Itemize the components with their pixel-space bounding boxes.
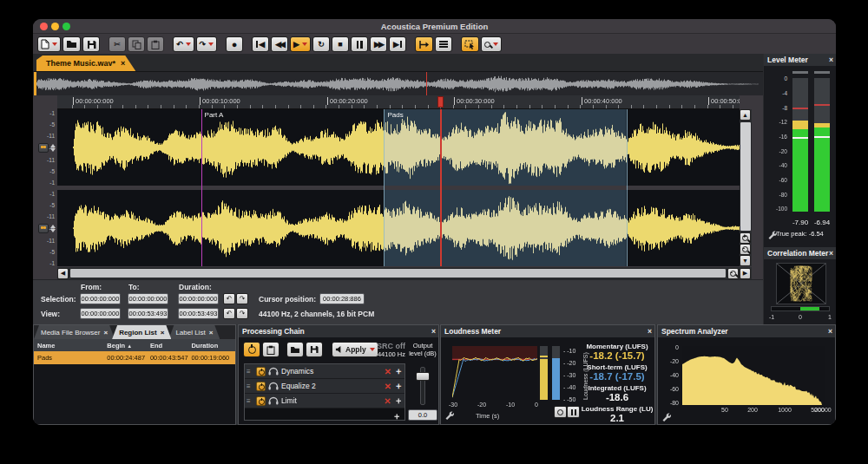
undo-dropdown-icon[interactable] [186,42,191,46]
open-file-button[interactable] [62,36,81,52]
col-name[interactable]: Name [34,342,106,350]
timeline-ruler[interactable]: 00:00:00:000 00:00:10:000 00:00:20:000 0… [57,95,740,109]
col-end[interactable]: End [149,342,191,350]
view-undo-button[interactable]: ↶ [223,308,235,319]
document-tab-close-icon[interactable]: × [121,59,125,68]
go-to-end-button[interactable]: ▶ [389,36,406,52]
chain-save-button[interactable] [306,342,323,357]
spectrum-settings-icon[interactable] [661,412,671,422]
overview-view-start-marker[interactable] [34,72,36,95]
channel2-button[interactable] [38,224,49,233]
scrub-playback-button[interactable] [415,36,433,52]
overview-waveform[interactable] [36,74,759,95]
play-dropdown-icon[interactable] [302,42,307,46]
add-effect-icon[interactable]: ＋ [394,395,403,407]
tab-close-icon[interactable]: × [209,329,214,337]
headphones-icon[interactable] [268,396,279,405]
record-button[interactable]: ● [226,36,243,52]
effect-power-icon[interactable] [256,382,266,391]
effect-name[interactable]: Equalize 2 [281,382,382,390]
redo-dropdown-icon[interactable] [208,42,214,46]
paste-button[interactable] [147,36,164,52]
play-button[interactable]: ▶ [290,36,311,52]
cut-button[interactable]: ✂ [108,36,126,52]
effect-row-equalize[interactable]: ≡ Equalize 2 ✕ ＋ [245,379,404,394]
spectrum-analyzer-close-icon[interactable]: × [828,325,832,337]
selection-tool-button[interactable] [461,36,479,52]
fast-forward-button[interactable]: ▶▶ [370,36,387,52]
remove-effect-icon[interactable]: ✕ [385,396,391,406]
loudness-reset-button[interactable] [554,406,567,418]
chain-open-button[interactable] [286,342,304,357]
scroll-left-button[interactable]: ◀ [57,268,69,279]
effect-name[interactable]: Dynamics [281,367,382,376]
selection-undo-button[interactable]: ↶ [223,293,235,304]
stop-button[interactable]: ■ [332,36,349,52]
tab-label-list[interactable]: Label List× [168,325,220,339]
view-redo-button[interactable]: ↷ [236,308,248,319]
new-file-dropdown-icon[interactable] [52,42,57,46]
col-begin[interactable]: Begin ▲ [106,342,149,350]
vertical-scroll-thumb[interactable] [740,121,752,232]
effect-row-dynamics[interactable]: ≡ Dynamics ✕ ＋ [245,364,404,379]
cursor-position-field[interactable]: 00:00:28:886 [319,293,365,304]
chain-paste-button[interactable] [262,342,279,357]
scroll-up-button[interactable]: ▲ [740,109,751,121]
channel2-controls[interactable] [38,224,56,233]
selection-to-field[interactable]: 00:00:00:000 [128,293,168,304]
zoom-out-vertical-button[interactable]: - [740,244,751,255]
view-duration-field[interactable]: 00:00:53:493 [178,308,219,319]
zoom-out-horizontal-button[interactable]: - [727,268,739,279]
drag-handle-icon[interactable]: ≡ [247,369,253,374]
playhead-handle[interactable] [437,96,444,108]
add-effect-end-icon[interactable]: ＋ [392,410,401,422]
new-file-button[interactable] [37,36,61,52]
add-effect-icon[interactable]: ＋ [394,380,403,392]
effect-power-icon[interactable] [256,396,266,406]
effect-row-limit[interactable]: ≡ Limit ✕ ＋ [245,394,404,408]
vertical-scrollbar[interactable]: ▲ + - ▼ [740,109,752,266]
level-meter-close-icon[interactable]: × [829,54,833,66]
tab-close-icon[interactable]: × [103,329,108,337]
selection-from-field[interactable]: 00:00:00:000 [80,293,121,304]
region-row-pads[interactable]: Pads 00:00:24:487 00:00:43:547 00:00:19:… [34,351,235,364]
tab-region-list[interactable]: Region List× [112,325,171,339]
undo-button[interactable]: ↶ [173,36,194,52]
zoom-in-vertical-button[interactable]: + [740,232,751,244]
drag-handle-icon[interactable]: ≡ [247,399,253,403]
rewind-button[interactable]: ◀◀ [271,36,288,52]
channel2-spinner[interactable] [50,225,56,232]
pause-button[interactable] [351,36,368,52]
headphones-icon[interactable] [268,382,279,390]
overview-playhead[interactable] [426,72,427,95]
loudness-settings-icon[interactable] [444,410,454,420]
output-level-slider-thumb[interactable] [416,372,430,381]
zoom-dropdown-icon[interactable] [493,42,498,46]
copy-button[interactable] [128,36,145,52]
selection-redo-button[interactable]: ↷ [236,293,248,304]
remove-effect-icon[interactable]: ✕ [385,367,391,376]
document-tab[interactable]: Theme Music.wav* × [36,56,135,71]
headphones-icon[interactable] [268,367,279,376]
loop-button[interactable]: ↻ [312,36,330,52]
loudness-meter-close-icon[interactable]: × [648,325,652,337]
processing-chain-close-icon[interactable]: × [431,325,436,337]
zoom-tool-button[interactable] [481,36,502,52]
levels-view-button[interactable] [435,36,452,52]
correlation-meter-close-icon[interactable]: × [829,247,833,259]
channel1-controls[interactable] [38,143,56,153]
drag-handle-icon[interactable]: ≡ [247,384,253,389]
remove-effect-icon[interactable]: ✕ [385,382,391,391]
channel1-spinner[interactable] [50,144,56,152]
tab-media-file-browser[interactable]: Media File Browser× [34,325,115,339]
go-to-start-button[interactable]: ◀ [252,36,269,52]
effect-power-icon[interactable] [256,367,266,376]
redo-button[interactable]: ↷ [196,36,218,52]
overview-strip[interactable] [33,71,763,95]
horizontal-scrollbar[interactable]: ◀ - ▶ [57,267,763,279]
add-effect-icon[interactable]: ＋ [394,365,403,377]
effect-name[interactable]: Limit [281,396,382,405]
horizontal-scroll-thumb[interactable] [69,268,727,278]
output-level-value[interactable]: 0.0 [408,409,437,421]
loudness-pause-button[interactable] [567,406,580,418]
